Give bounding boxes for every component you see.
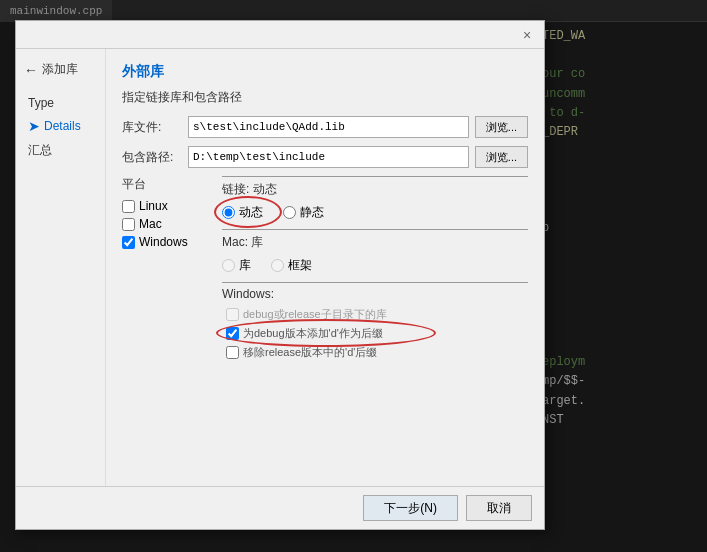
release-suffix-label: 移除release版本中的'd'后缀 bbox=[243, 345, 377, 360]
windows-release-suffix-row: 移除release版本中的'd'后缀 bbox=[226, 345, 528, 360]
mac-title: Mac: 库 bbox=[222, 234, 528, 251]
debug-suffix-wrap: 为debug版本添加'd'作为后缀 bbox=[226, 326, 528, 341]
options-row: 平台 Linux Mac Windows bbox=[122, 176, 528, 364]
debug-suffix-label: 为debug版本添加'd'作为后缀 bbox=[243, 326, 383, 341]
dynamic-option-wrap: 动态 bbox=[222, 204, 263, 221]
link-section: 链接: 动态 动态 bbox=[222, 176, 528, 221]
windows-title: Windows: bbox=[222, 287, 528, 301]
lib-file-label: 库文件: bbox=[122, 119, 182, 136]
lib-file-input[interactable] bbox=[188, 116, 469, 138]
mac-section: Mac: 库 库 框架 bbox=[222, 229, 528, 274]
dialog-close-button[interactable]: × bbox=[518, 26, 536, 44]
dialog-body: ← 添加库 Type ➤ Details 汇总 外部库 指定链接库和包含路径 bbox=[16, 49, 544, 486]
dynamic-radio-item[interactable]: 动态 bbox=[222, 204, 263, 221]
sidebar-type-label: Type bbox=[28, 96, 54, 110]
debug-suffix-checkbox[interactable] bbox=[226, 327, 239, 340]
cancel-button[interactable]: 取消 bbox=[466, 495, 532, 521]
include-browse-button[interactable]: 浏览... bbox=[475, 146, 528, 168]
mac-framework-label: 框架 bbox=[288, 257, 312, 274]
back-arrow-icon: ← bbox=[24, 62, 38, 78]
sidebar-item-summary[interactable]: 汇总 bbox=[24, 140, 97, 161]
sidebar-details-label: Details bbox=[44, 119, 81, 133]
dialog-footer: 下一步(N) 取消 bbox=[16, 486, 544, 529]
debug-release-subdir-checkbox[interactable] bbox=[226, 308, 239, 321]
windows-debug-suffix-row: 为debug版本添加'd'作为后缀 bbox=[226, 326, 528, 341]
add-library-dialog: × ← 添加库 Type ➤ Details 汇总 bbox=[15, 20, 545, 530]
static-radio[interactable] bbox=[283, 206, 296, 219]
active-arrow-icon: ➤ bbox=[28, 118, 40, 134]
windows-section: Windows: debug或release子目录下的库 为de bbox=[222, 282, 528, 360]
static-label: 静态 bbox=[300, 204, 324, 221]
platform-linux-row: Linux bbox=[122, 199, 212, 213]
platform-mac-row: Mac bbox=[122, 217, 212, 231]
mac-options-row: 库 框架 bbox=[222, 257, 528, 274]
section-desc: 指定链接库和包含路径 bbox=[122, 89, 528, 106]
mac-framework-radio[interactable] bbox=[271, 259, 284, 272]
lib-browse-button[interactable]: 浏览... bbox=[475, 116, 528, 138]
lib-file-row: 库文件: 浏览... bbox=[122, 116, 528, 138]
include-path-input[interactable] bbox=[188, 146, 469, 168]
mac-lib-radio-item[interactable]: 库 bbox=[222, 257, 251, 274]
mac-lib-radio[interactable] bbox=[222, 259, 235, 272]
mac-label: Mac bbox=[139, 217, 162, 231]
link-options-row: 动态 静态 bbox=[222, 204, 528, 221]
linux-checkbox[interactable] bbox=[122, 200, 135, 213]
mac-framework-radio-item[interactable]: 框架 bbox=[271, 257, 312, 274]
dialog-titlebar: × bbox=[16, 21, 544, 49]
link-title: 链接: 动态 bbox=[222, 181, 528, 198]
windows-debug-release-row: debug或release子目录下的库 bbox=[226, 307, 528, 322]
mac-lib-label: 库 bbox=[239, 257, 251, 274]
dialog-content: 外部库 指定链接库和包含路径 库文件: 浏览... 包含路径: 浏览... 平台 bbox=[106, 49, 544, 486]
platform-column: 平台 Linux Mac Windows bbox=[122, 176, 212, 364]
link-column: 链接: 动态 动态 bbox=[212, 176, 528, 364]
platform-title: 平台 bbox=[122, 176, 212, 193]
debug-suffix-inner: 为debug版本添加'd'作为后缀 bbox=[226, 326, 383, 341]
windows-label: Windows bbox=[139, 235, 188, 249]
dynamic-radio[interactable] bbox=[222, 206, 235, 219]
platform-windows-row: Windows bbox=[122, 235, 212, 249]
sidebar-nav: Type ➤ Details 汇总 bbox=[24, 94, 97, 161]
back-label: 添加库 bbox=[42, 61, 78, 78]
include-path-label: 包含路径: bbox=[122, 149, 182, 166]
include-path-row: 包含路径: 浏览... bbox=[122, 146, 528, 168]
dialog-sidebar: ← 添加库 Type ➤ Details 汇总 bbox=[16, 49, 106, 486]
release-suffix-checkbox[interactable] bbox=[226, 346, 239, 359]
linux-label: Linux bbox=[139, 199, 168, 213]
back-button[interactable]: ← 添加库 bbox=[24, 61, 97, 78]
dynamic-label: 动态 bbox=[239, 204, 263, 221]
sidebar-item-details[interactable]: ➤ Details bbox=[24, 116, 97, 136]
sidebar-item-type[interactable]: Type bbox=[24, 94, 97, 112]
debug-release-subdir-label: debug或release子目录下的库 bbox=[243, 307, 387, 322]
next-button[interactable]: 下一步(N) bbox=[363, 495, 458, 521]
static-radio-item[interactable]: 静态 bbox=[283, 204, 324, 221]
sidebar-summary-label: 汇总 bbox=[28, 142, 52, 159]
mac-checkbox[interactable] bbox=[122, 218, 135, 231]
windows-options: debug或release子目录下的库 为debug版本添加'd'作为后缀 bbox=[222, 307, 528, 360]
windows-checkbox[interactable] bbox=[122, 236, 135, 249]
section-title: 外部库 bbox=[122, 63, 528, 81]
